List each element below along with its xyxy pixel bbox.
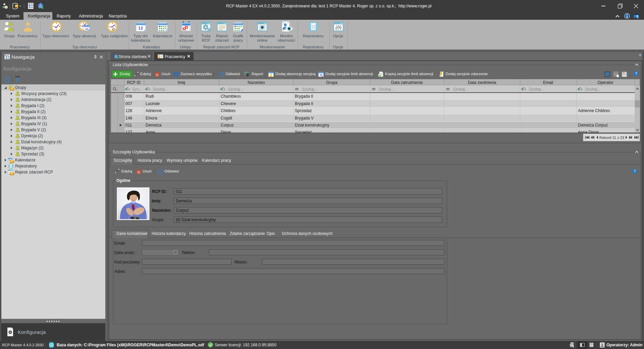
svg-text:A: A (125, 88, 127, 90)
svg-text:A: A (578, 88, 579, 90)
svg-text:c: c (129, 88, 130, 90)
svg-text:c: c (149, 88, 150, 90)
svg-text:?: ? (634, 169, 636, 173)
svg-text:c: c (224, 88, 225, 90)
svg-text:A: A (220, 88, 222, 90)
svg-text:?: ? (635, 72, 637, 76)
svg-text:12: 12 (138, 26, 143, 31)
svg-text:c: c (525, 88, 526, 90)
svg-text:c: c (581, 88, 583, 90)
svg-text:26: 26 (320, 73, 322, 77)
svg-text:A: A (145, 88, 147, 90)
svg-text:A: A (521, 88, 523, 90)
svg-text:12: 12 (85, 27, 89, 31)
